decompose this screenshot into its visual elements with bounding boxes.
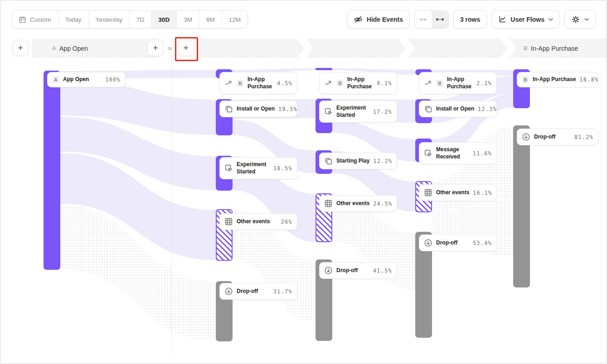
grid-icon [324, 199, 333, 208]
add-step-button-middle[interactable]: + [147, 40, 164, 56]
settings-button[interactable] [564, 10, 596, 29]
date-range-12m[interactable]: 12M [222, 11, 248, 28]
flow-node-label: In-App Purchase [248, 76, 273, 90]
step-letter-badge: B [436, 80, 443, 87]
flow-node-percent: 41.5% [373, 268, 392, 274]
flow-node-percent: 81.2% [574, 134, 593, 140]
flow-node-percent: 12.2% [373, 158, 392, 164]
date-range-30d[interactable]: 30D [151, 11, 176, 28]
expanded-level-band-1[interactable] [198, 38, 304, 58]
expanded-level-band-3[interactable] [408, 38, 507, 58]
click-icon [224, 164, 233, 172]
grid-icon [424, 188, 432, 197]
trend-arrow-icon [224, 79, 233, 87]
flow-node-label: Install or Open [436, 105, 474, 113]
flow-node-label: Other events [237, 218, 277, 225]
flow-node-card[interactable]: Message Received11.6% [419, 142, 497, 164]
flow-node-card[interactable]: Other events16.1% [419, 184, 497, 201]
flow-ribbon [60, 79, 216, 135]
date-range-custom[interactable]: Custom [12, 11, 58, 28]
flow-node-percent: 11.6% [473, 150, 492, 157]
flow-node-percent: 4.5% [277, 80, 292, 86]
flow-node-label: Experiment Started [336, 105, 369, 119]
flow-node-card[interactable]: Drop-off81.2% [517, 129, 598, 145]
flow-node-card[interactable]: BIn-App Purchase18.8% [517, 72, 598, 87]
flow-node-label: Drop-off [336, 267, 369, 274]
flow-node-label: Drop-off [534, 134, 571, 141]
flow-node-card[interactable]: Install or Open12.3% [419, 101, 497, 117]
line-chart-icon [498, 15, 506, 24]
flow-node-percent: 12.3% [478, 106, 497, 112]
arrow-down-circle-icon [424, 239, 432, 247]
flow-node-label: In-App Purchase [533, 76, 576, 83]
flow-node-percent: 18.8% [579, 77, 598, 83]
flow-ribbon [60, 153, 216, 260]
add-step-button-left[interactable]: + [12, 40, 29, 56]
flow-node-percent: 0.1% [377, 80, 392, 86]
step-b-letter: B [524, 45, 528, 52]
expanded-level-band-2[interactable] [306, 38, 406, 58]
flow-node-percent: 53.4% [473, 240, 492, 246]
trend-arrow-icon [324, 79, 333, 87]
flow-node-card[interactable]: Drop-off31.7% [219, 283, 297, 300]
flow-node-percent: 2.1% [476, 80, 492, 86]
flow-node-card[interactable]: Drop-off53.4% [419, 235, 497, 251]
grid-icon [224, 217, 233, 226]
gear-icon [571, 15, 580, 24]
date-range-selector: Custom Today Yesterday 7D 30D 3M 6M 12M [11, 10, 248, 29]
step-letter-badge: A [52, 76, 59, 83]
flow-ribbon [60, 117, 216, 190]
flow-node-label: Experiment Started [237, 161, 270, 175]
date-range-7d[interactable]: 7D [129, 11, 151, 28]
chevron-down-icon [584, 18, 589, 21]
flow-node-percent: 24.5% [373, 201, 392, 207]
anchor-divider-line [171, 38, 172, 354]
arrow-down-circle-icon [522, 133, 530, 141]
date-range-3m[interactable]: 3M [176, 11, 199, 28]
date-range-today[interactable]: Today [58, 11, 88, 28]
date-range-yesterday[interactable]: Yesterday [88, 11, 130, 28]
flow-ribbon [60, 205, 216, 341]
add-step-button-highlighted[interactable]: + [178, 40, 194, 56]
flow-node-label: In-App Purchase [347, 76, 373, 90]
flow-node-card[interactable]: Drop-off41.5% [319, 262, 397, 279]
chevron-down-icon [549, 18, 553, 21]
flow-node-percent: 19.3% [278, 106, 297, 112]
trend-arrow-icon [424, 79, 432, 87]
flow-node-card[interactable]: Experiment Started18.5% [219, 157, 297, 179]
step-letter-badge: B [237, 80, 244, 87]
flow-node-percent: 31.7% [273, 288, 292, 295]
toolbar-right: Hide Events 3 rows User Flows [347, 10, 596, 29]
flow-node-card[interactable]: Install or Open19.3% [219, 101, 297, 117]
flow-node-bar[interactable] [513, 125, 530, 287]
flow-node-card[interactable]: Starting Play12.2% [319, 153, 397, 169]
step-letter-badge: B [522, 76, 529, 83]
flow-node-card[interactable]: AApp Open100% [47, 72, 126, 87]
flow-node-card[interactable]: BIn-App Purchase4.5% [219, 72, 297, 94]
arrows-collapse-icon[interactable] [415, 11, 432, 28]
flow-node-card[interactable]: Other events26% [219, 213, 297, 230]
arrows-expand-icon[interactable] [432, 11, 448, 28]
rows-button[interactable]: 3 rows [453, 10, 487, 29]
copy-icon [224, 105, 233, 113]
flow-node-percent: 16.1% [473, 190, 492, 196]
click-icon [324, 107, 333, 116]
step-b-band[interactable]: B In-App Purchase [509, 38, 607, 58]
flow-node-card[interactable]: Other events24.5% [319, 195, 397, 212]
step-b-label: In-App Purchase [531, 45, 578, 52]
flow-node-label: Other events [436, 189, 469, 196]
flow-node-card[interactable]: Experiment Started17.2% [319, 101, 397, 123]
flow-node-bar[interactable] [44, 71, 60, 270]
date-range-6m[interactable]: 6M [199, 11, 222, 28]
flow-node-card[interactable]: BIn-App Purchase2.1% [419, 72, 497, 94]
hide-events-button[interactable]: Hide Events [347, 10, 410, 29]
step-a-band[interactable]: A App Open [32, 38, 165, 58]
flow-node-percent: 26% [281, 219, 292, 225]
user-flows-report: Custom Today Yesterday 7D 30D 3M 6M 12M … [0, 0, 607, 364]
flow-node-percent: 17.2% [373, 109, 392, 115]
step-a-label: App Open [59, 45, 88, 52]
eye-off-icon [354, 15, 363, 24]
view-selector-button[interactable]: User Flows [491, 10, 560, 29]
flow-node-bar[interactable] [316, 68, 332, 70]
flow-node-card[interactable]: BIn-App Purchase0.1% [319, 72, 397, 94]
